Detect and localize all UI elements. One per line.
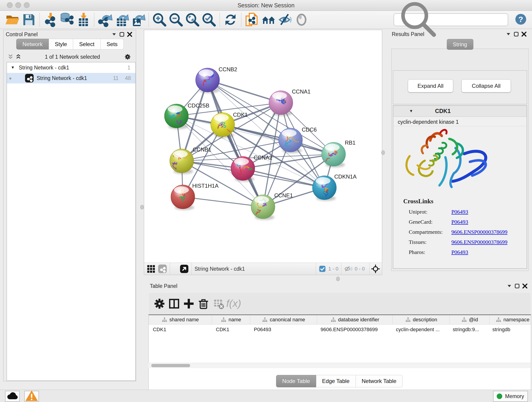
right-splitter-handle[interactable] <box>381 150 385 155</box>
memory-button[interactable]: Memory <box>493 391 528 402</box>
node-CDK1[interactable] <box>211 113 234 137</box>
tab-network-table[interactable]: Network Table <box>356 375 403 387</box>
string-network-graph[interactable]: CCNB2CCNA1CDC25BCDK1CDC6RB1CCNB1CCNA2CDK… <box>144 30 382 263</box>
network-collection-row[interactable]: ▼ String Network - cdk1 1 <box>7 62 135 73</box>
left-splitter-handle[interactable] <box>140 205 144 210</box>
tab-style[interactable]: Style <box>49 39 73 50</box>
zoom-out-button[interactable] <box>168 12 184 27</box>
birdseye-view-icon[interactable] <box>180 264 189 274</box>
tab-sets[interactable]: Sets <box>101 39 124 50</box>
control-panel-close-button[interactable] <box>126 31 133 38</box>
selected-checkbox-icon[interactable] <box>319 265 326 273</box>
show-all-button[interactable] <box>293 12 310 27</box>
control-panel-maximize-button[interactable] <box>118 31 126 38</box>
node-HIST1H1A[interactable] <box>171 185 195 209</box>
node-label-CCNB1: CCNB1 <box>193 147 211 153</box>
node-RB1[interactable] <box>320 142 346 166</box>
node-CDC25B[interactable] <box>165 104 188 128</box>
table-panel-close-button[interactable] <box>521 283 529 289</box>
table-trash-button[interactable] <box>196 297 211 310</box>
results-panel-maximize-button[interactable] <box>512 31 520 38</box>
node-CCNA2[interactable] <box>231 157 255 180</box>
node-CDC6[interactable] <box>279 128 302 152</box>
table-cell[interactable]: cyclin-dependent ... <box>392 327 449 332</box>
network-badge-icon[interactable] <box>158 264 167 274</box>
node-CCNE1[interactable] <box>251 195 275 219</box>
gene-entry-header[interactable]: ▼ CDK1 <box>393 106 527 117</box>
results-panel-close-button[interactable] <box>520 31 528 38</box>
table-plus-button[interactable] <box>181 297 196 310</box>
grid-view-icon[interactable] <box>146 264 156 274</box>
crosslink-link[interactable]: 9606.ENSP00000378699 <box>451 229 507 235</box>
table-cell[interactable]: CDK1 <box>212 327 250 332</box>
chevron-double-down-icon[interactable] <box>7 53 14 60</box>
import-database-button[interactable] <box>59 12 75 27</box>
cloud-button[interactable] <box>5 391 20 402</box>
entry-expander-icon[interactable]: ▼ <box>409 109 413 114</box>
column-header-namespace[interactable]: namespace <box>490 315 531 324</box>
export-network-button[interactable] <box>97 12 113 27</box>
open-folder-button[interactable] <box>4 12 21 27</box>
bottom-splitter-handle[interactable] <box>336 277 340 281</box>
table-cell[interactable]: CDK1 <box>149 327 212 332</box>
node-CCNA1[interactable] <box>269 91 293 115</box>
table-cell[interactable]: stringdb:9... <box>449 327 488 332</box>
node-CCNB1[interactable] <box>170 149 194 173</box>
node-CDKN1A[interactable] <box>312 176 336 200</box>
zoom-selected-button[interactable] <box>201 12 217 27</box>
search-input[interactable] <box>441 15 508 25</box>
import-table-button[interactable] <box>75 12 92 27</box>
network-row-selected[interactable]: ● String Network - cdk1 11 48 <box>7 73 135 83</box>
table-cell[interactable]: P06493 <box>250 327 317 332</box>
zoom-fit-button[interactable] <box>184 12 201 27</box>
crosslink-link[interactable]: P06493 <box>451 209 468 215</box>
table-cell[interactable]: stringdb <box>488 327 531 332</box>
node-CCNB2[interactable] <box>196 68 220 92</box>
clone-network-button[interactable] <box>244 12 260 27</box>
edge-CCNA2-CDKN1A[interactable] <box>243 168 324 188</box>
column-header-name[interactable]: name <box>212 315 250 324</box>
first-neighbors-button[interactable] <box>260 12 277 27</box>
chevron-double-up-icon[interactable] <box>14 53 22 60</box>
column-header--id[interactable]: @id <box>450 315 490 324</box>
table-panel-float-button[interactable] <box>505 283 513 289</box>
import-network-button[interactable] <box>42 12 59 27</box>
table-cell[interactable]: 9606.ENSP00000378699 <box>317 327 392 332</box>
table-columns-button[interactable] <box>167 297 181 310</box>
tab-network[interactable]: Network <box>16 39 49 50</box>
column-header-shared-name[interactable]: shared name <box>149 315 212 324</box>
fit-selected-crosshair-icon[interactable] <box>371 264 380 274</box>
table-row[interactable]: CDK1CDK1P064939606.ENSP00000378699cyclin… <box>149 325 531 335</box>
crosslink-link[interactable]: P06493 <box>451 249 468 255</box>
network-canvas[interactable]: CCNB2CCNA1CDC25BCDK1CDC6RB1CCNB1CCNA2CDK… <box>144 30 382 263</box>
tab-select[interactable]: Select <box>73 39 101 50</box>
edge-HIST1H1A-CCNE1[interactable] <box>183 197 263 207</box>
collapse-all-button[interactable]: Collapse All <box>462 79 511 92</box>
hide-selected-button[interactable] <box>277 12 293 27</box>
export-image-button[interactable] <box>130 12 146 27</box>
hidden-eye-icon[interactable] <box>344 265 353 273</box>
zoom-in-button[interactable] <box>151 12 168 27</box>
warnings-button[interactable] <box>24 391 39 402</box>
table-gear-button[interactable] <box>152 297 167 310</box>
column-header-canonical-name[interactable]: canonical name <box>250 315 317 324</box>
table-hscrollbar-thumb[interactable] <box>151 364 190 367</box>
crosslink-link[interactable]: P06493 <box>451 219 468 225</box>
tab-edge-table[interactable]: Edge Table <box>316 375 356 387</box>
network-options-gear-icon[interactable] <box>123 53 133 60</box>
table-hscrollbar[interactable] <box>148 363 531 368</box>
tab-string[interactable]: String <box>447 39 473 50</box>
column-header-description[interactable]: description <box>393 315 450 324</box>
results-panel-float-button[interactable] <box>505 31 512 38</box>
control-panel-float-button[interactable] <box>110 31 118 38</box>
tree-expander-icon[interactable]: ▼ <box>7 65 15 70</box>
export-table-button[interactable] <box>113 12 130 27</box>
help-button[interactable]: ? <box>515 13 527 25</box>
save-button[interactable] <box>21 12 37 27</box>
table-panel-maximize-button[interactable] <box>513 283 521 289</box>
crosslink-link[interactable]: 9606.ENSP00000378699 <box>451 239 507 245</box>
expand-all-button[interactable]: Expand All <box>408 79 453 92</box>
tab-node-table[interactable]: Node Table <box>276 375 316 387</box>
column-header-database-identifier[interactable]: database identifier <box>317 315 393 324</box>
refresh-button[interactable] <box>222 12 239 27</box>
